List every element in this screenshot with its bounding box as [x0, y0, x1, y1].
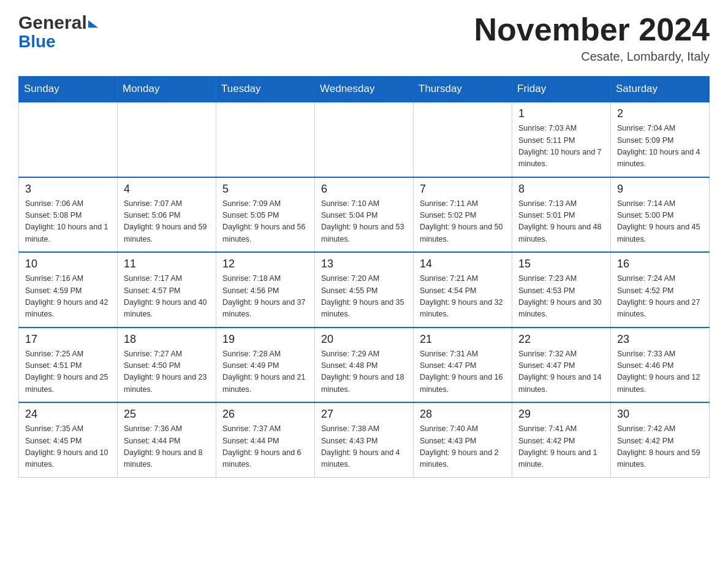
calendar-cell: 5Sunrise: 7:09 AMSunset: 5:05 PMDaylight… — [216, 177, 315, 253]
day-number: 14 — [420, 258, 506, 270]
calendar-cell: 12Sunrise: 7:18 AMSunset: 4:56 PMDayligh… — [216, 252, 315, 327]
calendar-week-2: 3Sunrise: 7:06 AMSunset: 5:08 PMDaylight… — [19, 177, 710, 253]
calendar-cell — [118, 102, 216, 177]
day-info: Sunrise: 7:29 AMSunset: 4:48 PMDaylight:… — [321, 348, 407, 396]
day-info: Sunrise: 7:23 AMSunset: 4:53 PMDaylight:… — [518, 273, 604, 321]
header: General Blue November 2024 Cesate, Lomba… — [18, 12, 710, 64]
calendar-cell: 1Sunrise: 7:03 AMSunset: 5:11 PMDaylight… — [512, 102, 611, 177]
calendar-cell: 23Sunrise: 7:33 AMSunset: 4:46 PMDayligh… — [611, 327, 710, 403]
day-info: Sunrise: 7:28 AMSunset: 4:49 PMDaylight:… — [222, 348, 308, 396]
calendar-cell: 14Sunrise: 7:21 AMSunset: 4:54 PMDayligh… — [414, 252, 512, 327]
day-info: Sunrise: 7:06 AMSunset: 5:08 PMDaylight:… — [25, 198, 111, 246]
day-number: 29 — [518, 408, 604, 421]
weekday-header-saturday: Saturday — [611, 77, 710, 102]
calendar-cell: 20Sunrise: 7:29 AMSunset: 4:48 PMDayligh… — [315, 327, 414, 403]
logo: General Blue — [18, 12, 98, 52]
day-number: 23 — [617, 333, 703, 346]
day-info: Sunrise: 7:32 AMSunset: 4:47 PMDaylight:… — [518, 348, 604, 396]
weekday-header-friday: Friday — [512, 77, 611, 102]
calendar-cell: 2Sunrise: 7:04 AMSunset: 5:09 PMDaylight… — [611, 102, 710, 177]
day-info: Sunrise: 7:33 AMSunset: 4:46 PMDaylight:… — [617, 348, 703, 396]
calendar-cell — [216, 102, 315, 177]
logo-blue-text: Blue — [18, 32, 56, 52]
day-info: Sunrise: 7:11 AMSunset: 5:02 PMDaylight:… — [420, 198, 506, 246]
calendar-cell: 18Sunrise: 7:27 AMSunset: 4:50 PMDayligh… — [118, 327, 216, 403]
day-number: 15 — [518, 258, 604, 270]
calendar-cell: 16Sunrise: 7:24 AMSunset: 4:52 PMDayligh… — [611, 252, 710, 327]
calendar-cell: 13Sunrise: 7:20 AMSunset: 4:55 PMDayligh… — [315, 252, 414, 327]
day-info: Sunrise: 7:35 AMSunset: 4:45 PMDaylight:… — [25, 423, 111, 471]
weekday-header-thursday: Thursday — [414, 77, 512, 102]
logo-general-text: General — [18, 12, 87, 33]
day-number: 28 — [420, 408, 506, 421]
calendar-cell: 21Sunrise: 7:31 AMSunset: 4:47 PMDayligh… — [414, 327, 512, 403]
day-info: Sunrise: 7:36 AMSunset: 4:44 PMDaylight:… — [124, 423, 210, 471]
day-info: Sunrise: 7:41 AMSunset: 4:42 PMDaylight:… — [518, 423, 604, 471]
day-number: 5 — [222, 183, 308, 196]
calendar-cell: 3Sunrise: 7:06 AMSunset: 5:08 PMDaylight… — [19, 177, 118, 253]
day-info: Sunrise: 7:03 AMSunset: 5:11 PMDaylight:… — [518, 123, 604, 170]
day-info: Sunrise: 7:09 AMSunset: 5:05 PMDaylight:… — [222, 198, 308, 246]
calendar-cell: 15Sunrise: 7:23 AMSunset: 4:53 PMDayligh… — [512, 252, 611, 327]
day-info: Sunrise: 7:42 AMSunset: 4:42 PMDaylight:… — [617, 423, 703, 471]
calendar-cell: 25Sunrise: 7:36 AMSunset: 4:44 PMDayligh… — [118, 402, 216, 477]
calendar-cell: 26Sunrise: 7:37 AMSunset: 4:44 PMDayligh… — [216, 402, 315, 477]
title-area: November 2024 Cesate, Lombardy, Italy — [474, 12, 710, 64]
calendar-cell: 19Sunrise: 7:28 AMSunset: 4:49 PMDayligh… — [216, 327, 315, 403]
calendar-week-5: 24Sunrise: 7:35 AMSunset: 4:45 PMDayligh… — [19, 402, 710, 477]
month-title: November 2024 — [474, 12, 710, 47]
day-number: 9 — [617, 183, 703, 196]
day-info: Sunrise: 7:27 AMSunset: 4:50 PMDaylight:… — [124, 348, 210, 396]
day-number: 22 — [518, 333, 604, 346]
weekday-header-sunday: Sunday — [19, 77, 118, 102]
calendar-week-4: 17Sunrise: 7:25 AMSunset: 4:51 PMDayligh… — [19, 327, 710, 403]
calendar-cell: 28Sunrise: 7:40 AMSunset: 4:43 PMDayligh… — [414, 402, 512, 477]
day-number: 26 — [222, 408, 308, 421]
day-info: Sunrise: 7:13 AMSunset: 5:01 PMDaylight:… — [518, 198, 604, 246]
day-info: Sunrise: 7:10 AMSunset: 5:04 PMDaylight:… — [321, 198, 407, 246]
day-number: 12 — [222, 258, 308, 270]
logo-arrow-icon — [88, 20, 98, 28]
calendar-cell: 22Sunrise: 7:32 AMSunset: 4:47 PMDayligh… — [512, 327, 611, 403]
weekday-header-row: SundayMondayTuesdayWednesdayThursdayFrid… — [19, 77, 710, 102]
calendar-cell: 8Sunrise: 7:13 AMSunset: 5:01 PMDaylight… — [512, 177, 611, 253]
weekday-header-tuesday: Tuesday — [216, 77, 315, 102]
calendar-cell: 7Sunrise: 7:11 AMSunset: 5:02 PMDaylight… — [414, 177, 512, 253]
calendar-week-3: 10Sunrise: 7:16 AMSunset: 4:59 PMDayligh… — [19, 252, 710, 327]
calendar-cell — [19, 102, 118, 177]
day-info: Sunrise: 7:24 AMSunset: 4:52 PMDaylight:… — [617, 273, 703, 321]
day-number: 18 — [124, 333, 210, 346]
day-info: Sunrise: 7:04 AMSunset: 5:09 PMDaylight:… — [617, 123, 703, 170]
calendar-table: SundayMondayTuesdayWednesdayThursdayFrid… — [18, 76, 710, 478]
day-info: Sunrise: 7:18 AMSunset: 4:56 PMDaylight:… — [222, 273, 308, 321]
day-number: 24 — [25, 408, 111, 421]
day-number: 30 — [617, 408, 703, 421]
calendar-cell — [414, 102, 512, 177]
day-info: Sunrise: 7:20 AMSunset: 4:55 PMDaylight:… — [321, 273, 407, 321]
day-number: 13 — [321, 258, 407, 270]
calendar-cell: 29Sunrise: 7:41 AMSunset: 4:42 PMDayligh… — [512, 402, 611, 477]
day-info: Sunrise: 7:37 AMSunset: 4:44 PMDaylight:… — [222, 423, 308, 471]
day-number: 20 — [321, 333, 407, 346]
calendar-cell: 4Sunrise: 7:07 AMSunset: 5:06 PMDaylight… — [118, 177, 216, 253]
calendar-cell: 30Sunrise: 7:42 AMSunset: 4:42 PMDayligh… — [611, 402, 710, 477]
day-info: Sunrise: 7:25 AMSunset: 4:51 PMDaylight:… — [25, 348, 111, 396]
day-info: Sunrise: 7:07 AMSunset: 5:06 PMDaylight:… — [124, 198, 210, 246]
day-number: 11 — [124, 258, 210, 270]
day-number: 16 — [617, 258, 703, 270]
day-number: 1 — [518, 107, 604, 120]
calendar-cell: 27Sunrise: 7:38 AMSunset: 4:43 PMDayligh… — [315, 402, 414, 477]
day-number: 6 — [321, 183, 407, 196]
day-number: 25 — [124, 408, 210, 421]
day-number: 3 — [25, 183, 111, 196]
day-number: 19 — [222, 333, 308, 346]
day-number: 21 — [420, 333, 506, 346]
weekday-header-monday: Monday — [118, 77, 216, 102]
day-info: Sunrise: 7:21 AMSunset: 4:54 PMDaylight:… — [420, 273, 506, 321]
day-number: 2 — [617, 107, 703, 120]
calendar-cell: 17Sunrise: 7:25 AMSunset: 4:51 PMDayligh… — [19, 327, 118, 403]
day-number: 4 — [124, 183, 210, 196]
location-text: Cesate, Lombardy, Italy — [474, 50, 710, 64]
calendar-week-1: 1Sunrise: 7:03 AMSunset: 5:11 PMDaylight… — [19, 102, 710, 177]
day-info: Sunrise: 7:40 AMSunset: 4:43 PMDaylight:… — [420, 423, 506, 471]
